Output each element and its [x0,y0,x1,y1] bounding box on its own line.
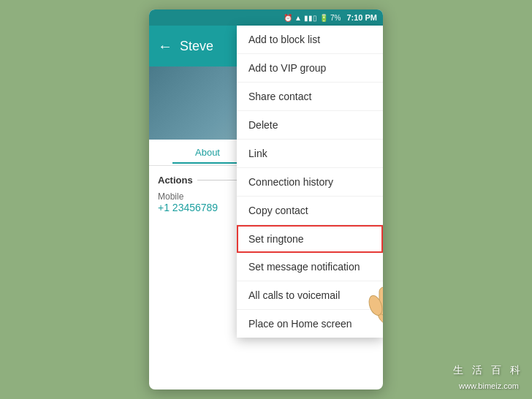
status-bar: ⏰ ▲ ▮▮▯ 🔋 7% 7:10 PM [149,10,383,26]
battery-percent: 7% [330,14,341,22]
menu-item-notification[interactable]: Set message notification [237,253,383,281]
watermark: www.bimeiz.com [459,381,519,390]
menu-item-history[interactable]: Connection history [237,168,383,197]
menu-item-ringtone[interactable]: Set ringtone [237,225,383,253]
menu-item-vip[interactable]: Add to VIP group [237,54,383,83]
phone-frame: ⏰ ▲ ▮▮▯ 🔋 7% 7:10 PM ← Steve About Timel… [149,10,383,390]
menu-item-voicemail[interactable]: All calls to voicemail [237,281,383,310]
menu-item-copy[interactable]: Copy contact [237,197,383,225]
status-time: 7:10 PM [346,13,377,22]
context-menu: Add to block list Add to VIP group Share… [237,26,383,338]
menu-item-delete[interactable]: Delete [237,111,383,140]
back-button[interactable]: ← [158,38,172,55]
header-title: Steve [180,39,213,54]
chinese-watermark: 生 活 百 科 [453,364,523,377]
wifi-icon: ▲ [294,14,302,22]
menu-item-homescreen[interactable]: Place on Home screen [237,310,383,338]
menu-item-block[interactable]: Add to block list [237,26,383,54]
status-icons: ⏰ ▲ ▮▮▯ 🔋 7% [284,14,341,22]
battery-icon: 🔋 [319,14,328,22]
menu-item-share[interactable]: Share contact [237,83,383,111]
alarm-icon: ⏰ [284,14,292,22]
menu-item-link[interactable]: Link [237,140,383,168]
signal-icon: ▮▮▯ [304,14,317,22]
hand-cursor-illustration [368,258,383,331]
